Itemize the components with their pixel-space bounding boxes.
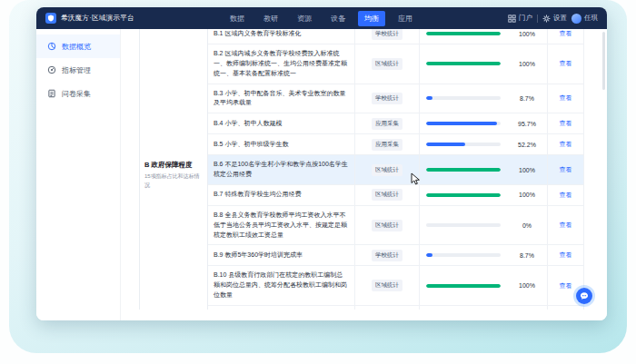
table-row: B.8 全县义务教育学校教师平均工资收入水平不低于当地公务员平均工资收入水平、按… <box>208 206 584 246</box>
indicator-name: B.2 区域内城乡义务教育学校经费投入标准统一、教师编制标准统一、生均公用经费基… <box>208 44 355 84</box>
table-row: B.2 区域内城乡义务教育学校经费投入标准统一、教师编制标准统一、生均公用经费基… <box>208 44 584 84</box>
stat-type-tag: 应用采集 <box>372 118 402 130</box>
table-row: B.11 全县每年交流轮岗教师的比例 学校统计 8.7% 查看 <box>208 306 584 310</box>
sidebar-item-label: 问卷采集 <box>62 89 91 99</box>
indicator-name: B.1 区域内义务教育学校标准化 <box>208 29 355 44</box>
stat-type-tag: 区域统计 <box>372 164 402 176</box>
nav-item-data[interactable]: 数据 <box>224 11 251 26</box>
stat-type-tag: 学校统计 <box>372 29 402 40</box>
sidebar-item-questionnaire[interactable]: 问卷采集 <box>36 82 120 105</box>
category-subtitle: 15项指标占比和达标情况 <box>144 172 203 190</box>
stat-type-tag: 区域统计 <box>372 280 402 291</box>
view-link[interactable]: 查看 <box>560 93 572 103</box>
header-divider <box>537 15 538 23</box>
progress-bar <box>426 32 501 35</box>
view-link[interactable]: 查看 <box>560 281 572 290</box>
progress-percent: 8.7% <box>507 84 548 113</box>
stat-type-tag: 学校统计 <box>372 250 402 261</box>
gear-icon <box>542 15 551 23</box>
portal-icon <box>508 15 516 23</box>
progress-bar <box>426 168 501 172</box>
category-label: B 政府保障程度 <box>144 161 203 171</box>
header-right: 门户 设置 任琪 <box>508 14 598 24</box>
table-row: B.3 小学、初中配备音乐、美术专业教室的数量及平均承载量 学校统计 8.7% … <box>208 84 584 114</box>
sidebar-item-data-overview[interactable]: 数据概览 <box>36 34 120 58</box>
table-row: B.4 小学、初中人数规模 应用采集 95.7% 查看 <box>208 113 584 134</box>
progress-percent: 100% <box>507 155 548 184</box>
stat-type-tag: 学校统计 <box>372 93 402 104</box>
nav-item-apps[interactable]: 应用 <box>392 11 419 26</box>
progress-percent: 100% <box>507 185 548 205</box>
progress-bar <box>426 62 501 65</box>
view-link[interactable]: 查看 <box>560 165 572 174</box>
indicator-name: B.4 小学、初中人数规模 <box>208 113 355 133</box>
user-menu[interactable]: 任琪 <box>571 14 598 24</box>
indicator-name: B.7 特殊教育学校生均公用经费 <box>208 185 355 205</box>
gauge-icon <box>47 65 56 74</box>
indicator-name: B.10 县级教育行政部门在核定的教职工编制总额和岗位总量内、统筹分配各校教职工… <box>208 266 355 305</box>
progress-percent: 0% <box>507 206 548 245</box>
sidebar-item-label: 指标管理 <box>62 65 91 75</box>
chat-fab-button[interactable] <box>576 288 592 304</box>
user-name: 任琪 <box>584 14 598 23</box>
app-title: 希沃魔方·区域演示平台 <box>61 14 134 23</box>
progress-bar <box>426 253 501 257</box>
top-nav: 数据 教研 资源 设备 均衡 应用 <box>224 11 419 26</box>
settings-button[interactable]: 设置 <box>542 14 567 23</box>
portal-label: 门户 <box>519 14 532 23</box>
view-link[interactable]: 查看 <box>560 191 572 200</box>
nav-item-devices[interactable]: 设备 <box>324 11 352 26</box>
progress-percent: 95.7% <box>507 113 548 133</box>
stat-type-tag: 区域统计 <box>372 189 402 201</box>
screen: 希沃魔方·区域演示平台 数据 教研 资源 设备 均衡 应用 门户 设置 <box>0 0 636 364</box>
progress-bar <box>426 223 501 227</box>
table-row: B.5 小学、初中班级学生数 应用采集 52.2% 查看 <box>208 134 584 155</box>
nav-item-research[interactable]: 教研 <box>257 11 284 26</box>
view-link[interactable]: 查看 <box>560 221 572 230</box>
user-avatar <box>571 14 581 24</box>
app-window: 希沃魔方·区域演示平台 数据 教研 资源 设备 均衡 应用 门户 设置 <box>36 7 607 320</box>
table-rows: B.1 区域内义务教育学校标准化 学校统计 100% 查看 B.2 区域内城乡义… <box>208 29 584 310</box>
document-icon <box>47 89 56 98</box>
settings-label: 设置 <box>553 14 567 23</box>
progress-percent: 8.7% <box>507 306 548 310</box>
progress-percent: 8.7% <box>507 245 548 265</box>
view-link[interactable]: 查看 <box>560 119 572 128</box>
progress-bar <box>426 96 501 100</box>
indicator-name: B.5 小学、初中班级学生数 <box>208 134 355 154</box>
progress-percent: 100% <box>507 44 548 84</box>
stat-type-tag: 应用采集 <box>372 139 402 151</box>
category-cell: B 政府保障程度 15项指标占比和达标情况 <box>139 29 208 310</box>
app-body: 数据概览 指标管理 问卷采集 B 政府保障程度 15项指标占比和达标情况 <box>36 29 607 320</box>
view-link[interactable]: 查看 <box>560 251 572 260</box>
progress-bar <box>426 122 501 125</box>
view-link[interactable]: 查看 <box>560 59 572 68</box>
scrollbar-thumb[interactable] <box>602 32 605 90</box>
progress-bar <box>426 284 501 288</box>
stat-type-tag: 区域统计 <box>372 220 402 231</box>
portal-button[interactable]: 门户 <box>508 14 532 23</box>
view-link[interactable]: 查看 <box>560 29 572 38</box>
progress-bar <box>426 143 501 146</box>
table-row: B.10 县级教育行政部门在核定的教职工编制总额和岗位总量内、统筹分配各校教职工… <box>208 266 584 306</box>
app-header: 希沃魔方·区域演示平台 数据 教研 资源 设备 均衡 应用 门户 设置 <box>36 7 607 29</box>
progress-percent: 100% <box>507 29 548 44</box>
stat-type-tag: 区域统计 <box>372 58 402 70</box>
progress-percent: 100% <box>507 266 548 305</box>
table-row: B.1 区域内义务教育学校标准化 学校统计 100% 查看 <box>208 29 584 44</box>
app-logo-icon <box>45 13 56 24</box>
pie-chart-icon <box>47 42 56 51</box>
table-row-highlighted: B.6 不足100名学生村小学和教学点按100名学生核定公用经费 区域统计 10… <box>208 155 584 185</box>
table-row: B.9 教师5年360学时培训完成率 学校统计 8.7% 查看 <box>208 245 584 266</box>
progress-bar <box>426 193 501 197</box>
indicator-name: B.11 全县每年交流轮岗教师的比例 <box>208 306 355 310</box>
main-content: B 政府保障程度 15项指标占比和达标情况 B.1 区域内义务教育学校标准化 学… <box>121 29 607 320</box>
nav-item-resources[interactable]: 资源 <box>291 11 318 26</box>
table-row: B.7 特殊教育学校生均公用经费 区域统计 100% 查看 <box>208 185 584 206</box>
view-link[interactable]: 查看 <box>560 140 572 149</box>
indicator-name: B.3 小学、初中配备音乐、美术专业教室的数量及平均承载量 <box>208 84 355 113</box>
chat-icon <box>580 291 589 300</box>
sidebar-item-indicator-management[interactable]: 指标管理 <box>36 58 120 82</box>
nav-item-balance[interactable]: 均衡 <box>358 11 385 26</box>
indicator-table: B 政府保障程度 15项指标占比和达标情况 B.1 区域内义务教育学校标准化 学… <box>139 29 584 310</box>
